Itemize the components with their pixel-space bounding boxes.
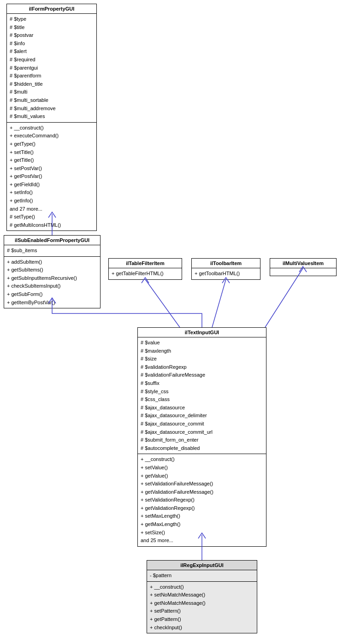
section-methods-ilFormPropertyGUI: + __construct() + executeCommand() + get… (7, 123, 96, 231)
box-ilRegExpInputGUI: ilRegExpInputGUI - $pattern + __construc… (147, 560, 257, 633)
box-ilMultiValuesItem: ilMultiValuesItem (270, 258, 337, 276)
svg-line-2 (145, 279, 180, 327)
box-ilToolbarItem: ilToolbarItem + getToolbarHTML() (191, 258, 260, 280)
box-title-ilSubEnabledFormPropertyGUI: ilSubEnabledFormPropertyGUI (4, 236, 100, 245)
section-methods-ilToolbarItem: + getToolbarHTML() (192, 268, 260, 279)
section-methods-ilTextInputGUI: + __construct() + setValue() + getValue(… (138, 454, 266, 546)
box-title-ilTableFilterItem: ilTableFilterItem (109, 259, 182, 268)
svg-line-3 (212, 279, 226, 327)
box-title-ilMultiValuesItem: ilMultiValuesItem (270, 259, 336, 268)
box-ilFormPropertyGUI: ilFormPropertyGUI # $type # $title # $po… (6, 4, 97, 231)
section-methods-ilSubEnabledFormPropertyGUI: + addSubItem() + getSubItems() + getSubI… (4, 257, 100, 308)
section-attrs-ilFormPropertyGUI: # $type # $title # $postvar # $info # $a… (7, 14, 96, 123)
box-title-ilRegExpInputGUI: ilRegExpInputGUI (147, 561, 257, 570)
box-ilTableFilterItem: ilTableFilterItem + getTableFilterHTML() (108, 258, 182, 280)
svg-line-4 (265, 268, 303, 327)
box-ilSubEnabledFormPropertyGUI: ilSubEnabledFormPropertyGUI # $sub_items… (4, 235, 101, 308)
section-attrs-ilSubEnabledFormPropertyGUI: # $sub_items (4, 245, 100, 257)
box-title-ilToolbarItem: ilToolbarItem (192, 259, 260, 268)
section-methods-ilTableFilterItem: + getTableFilterHTML() (109, 268, 182, 279)
section-attrs-ilRegExpInputGUI: - $pattern (147, 570, 257, 582)
box-ilTextInputGUI: ilTextInputGUI # $value # $maxlength # $… (137, 327, 266, 547)
diagram-container: ilFormPropertyGUI # $type # $title # $po… (0, 0, 343, 644)
section-attrs-ilTextInputGUI: # $value # $maxlength # $size # $validat… (138, 337, 266, 454)
box-title-ilFormPropertyGUI: ilFormPropertyGUI (7, 4, 96, 14)
section-methods-ilRegExpInputGUI: + __construct() + setNoMatchMessage() + … (147, 582, 257, 633)
section-empty-ilMultiValuesItem (270, 268, 336, 276)
box-title-ilTextInputGUI: ilTextInputGUI (138, 328, 266, 337)
